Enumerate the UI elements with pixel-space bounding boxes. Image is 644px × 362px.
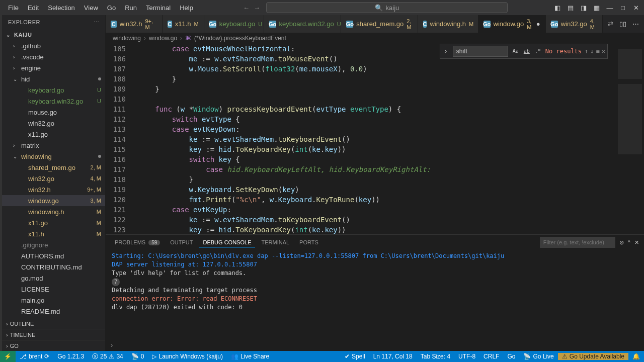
- section-outline[interactable]: ›OUTLINE: [2, 318, 105, 329]
- tree-item[interactable]: ›.github: [2, 40, 105, 51]
- command-center[interactable]: 🔍 kaiju: [266, 2, 508, 13]
- panel-tab-debug-console[interactable]: DEBUG CONSOLE: [199, 237, 256, 248]
- tree-item[interactable]: .gitignore: [2, 239, 105, 250]
- menu-help[interactable]: Help: [176, 2, 197, 14]
- editor-tab[interactable]: C win32.h 9+, M: [106, 15, 163, 33]
- minimap[interactable]: [614, 44, 644, 234]
- more-icon[interactable]: ⋯: [632, 20, 639, 28]
- compare-icon[interactable]: ⇄: [608, 20, 613, 28]
- debug-console-input[interactable]: ›: [106, 339, 644, 351]
- editor-tab[interactable]: Go win32.go 4, M: [546, 15, 603, 33]
- editor-tab[interactable]: Go shared_mem.go 2, M: [341, 15, 418, 33]
- tree-item[interactable]: README.md: [2, 306, 105, 317]
- language-mode[interactable]: Go: [503, 353, 519, 360]
- close-icon[interactable]: ✕: [632, 4, 640, 12]
- find-next-icon[interactable]: ↓: [590, 46, 594, 56]
- eol[interactable]: CRLF: [479, 353, 503, 360]
- panel-tab-terminal[interactable]: TERMINAL: [257, 237, 293, 247]
- tree-item[interactable]: x11.go: [2, 129, 105, 140]
- branch-button[interactable]: ⎇brent⟳: [16, 351, 53, 362]
- tree-item[interactable]: window.go3, M: [2, 195, 105, 206]
- debug-config-button[interactable]: ▷Launch Windows (kaiju): [148, 351, 226, 362]
- debug-console-output[interactable]: Starting: C:\Users\brent\go\bin\dlv.exe …: [106, 250, 644, 339]
- layout-sidebar-left-icon[interactable]: ◧: [553, 4, 561, 12]
- ports-button[interactable]: 📡0: [127, 351, 148, 362]
- code-content[interactable]: case evtMouseWheelHorizontal: me := w.ev…: [134, 44, 614, 234]
- editor-tab[interactable]: Go keyboard.go U: [204, 15, 264, 33]
- minimize-icon[interactable]: —: [606, 4, 614, 12]
- live-share-button[interactable]: 👥Live Share: [227, 351, 273, 362]
- match-case-icon[interactable]: Aa: [511, 47, 520, 56]
- tree-item[interactable]: go.mod: [2, 273, 105, 284]
- cursor-position[interactable]: Ln 117, Col 18: [369, 353, 417, 360]
- nav-forward-icon[interactable]: →: [254, 4, 260, 12]
- tree-item[interactable]: ›.vscode: [2, 51, 105, 62]
- editor-tab[interactable]: C x11.h M: [163, 15, 204, 33]
- panel-filter-input[interactable]: [540, 237, 615, 248]
- tree-item[interactable]: windowing.hM: [2, 206, 105, 217]
- menu-selection[interactable]: Selection: [44, 2, 78, 14]
- panel-tab-ports[interactable]: PORTS: [295, 237, 323, 247]
- section-go[interactable]: ›GO: [2, 340, 105, 351]
- go-live-button[interactable]: 📡Go Live: [519, 353, 557, 360]
- editor-tab[interactable]: Go window.go 3, M ●: [478, 15, 546, 33]
- tree-item[interactable]: ⌄windowing: [2, 151, 105, 162]
- editor-tab[interactable]: Go keyboard.win32.go U: [264, 15, 342, 33]
- tree-root[interactable]: ⌄ KAIJU: [2, 29, 105, 40]
- tree-item[interactable]: keyboard.goU: [2, 84, 105, 96]
- go-update-button[interactable]: ⚠Go Update Available: [558, 353, 628, 360]
- menu-file[interactable]: File: [4, 2, 23, 14]
- tree-item[interactable]: win32.go: [2, 118, 105, 129]
- more-icon[interactable]: ⋯: [94, 19, 100, 26]
- tree-item[interactable]: AUTHORS.md: [2, 250, 105, 261]
- go-version[interactable]: Go 1.21.3: [53, 351, 88, 362]
- tree-item[interactable]: ›matrix: [2, 140, 105, 151]
- menu-view[interactable]: View: [80, 2, 102, 14]
- find-selection-icon[interactable]: ≡: [596, 46, 600, 56]
- tree-item[interactable]: win32.h9+, M: [2, 184, 105, 195]
- tree-item[interactable]: main.go: [2, 295, 105, 306]
- editor-body[interactable]: 1051061071081091101111121131141151161171…: [106, 44, 644, 234]
- tab-size[interactable]: Tab Size: 4: [417, 353, 454, 360]
- maximize-icon[interactable]: □: [619, 4, 627, 12]
- menu-run[interactable]: Run: [121, 2, 141, 14]
- find-prev-icon[interactable]: ↑: [585, 46, 588, 56]
- breadcrumb[interactable]: windowing › window.go › ⌘ (*Window).proc…: [106, 33, 644, 44]
- tree-item[interactable]: win32.go4, M: [2, 173, 105, 184]
- customize-layout-icon[interactable]: ▦: [593, 4, 601, 12]
- expand-find-icon[interactable]: ›: [442, 46, 450, 56]
- tree-item[interactable]: x11.goM: [2, 217, 105, 228]
- split-editor-icon[interactable]: ▯▯: [619, 20, 626, 28]
- encoding[interactable]: UTF-8: [454, 353, 479, 360]
- editor-tab[interactable]: C windowing.h M: [418, 15, 478, 33]
- panel-close-icon[interactable]: ✕: [634, 239, 639, 246]
- panel-tab-output[interactable]: OUTPUT: [166, 237, 197, 247]
- layout-panel-icon[interactable]: ▤: [567, 4, 575, 12]
- remote-button[interactable]: ⚡: [0, 351, 16, 362]
- section-timeline[interactable]: ›TIMELINE: [2, 329, 105, 340]
- tree-item[interactable]: ⌄hid: [2, 73, 105, 84]
- collapsed-count-icon[interactable]: 7: [112, 278, 120, 286]
- nav-back-icon[interactable]: ←: [243, 4, 250, 12]
- panel-maximize-icon[interactable]: ^: [628, 239, 630, 245]
- clear-console-icon[interactable]: ⊘: [619, 239, 624, 246]
- notifications-button[interactable]: 🔔: [628, 353, 644, 360]
- spell-button[interactable]: ✔Spell: [341, 353, 369, 360]
- tree-item[interactable]: mouse.go: [2, 107, 105, 118]
- match-word-icon[interactable]: ab: [522, 47, 531, 56]
- menu-edit[interactable]: Edit: [24, 2, 43, 14]
- tree-item[interactable]: shared_mem.go2, M: [2, 162, 105, 173]
- tree-item[interactable]: CONTRIBUTING.md: [2, 261, 105, 273]
- panel-tab-problems[interactable]: PROBLEMS59: [111, 237, 164, 247]
- layout-sidebar-right-icon[interactable]: ◨: [580, 4, 588, 12]
- menu-go[interactable]: Go: [103, 2, 120, 14]
- regex-icon[interactable]: .*: [533, 47, 542, 56]
- find-close-icon[interactable]: ✕: [602, 46, 605, 56]
- menu-terminal[interactable]: Terminal: [142, 2, 175, 14]
- tree-item[interactable]: keyboard.win32.goU: [2, 96, 105, 107]
- find-input[interactable]: [453, 46, 508, 57]
- tree-item[interactable]: ›engine: [2, 62, 105, 73]
- tree-item[interactable]: LICENSE: [2, 284, 105, 295]
- problems-button[interactable]: ⓧ25⚠34: [88, 351, 127, 362]
- tree-item[interactable]: x11.hM: [2, 228, 105, 239]
